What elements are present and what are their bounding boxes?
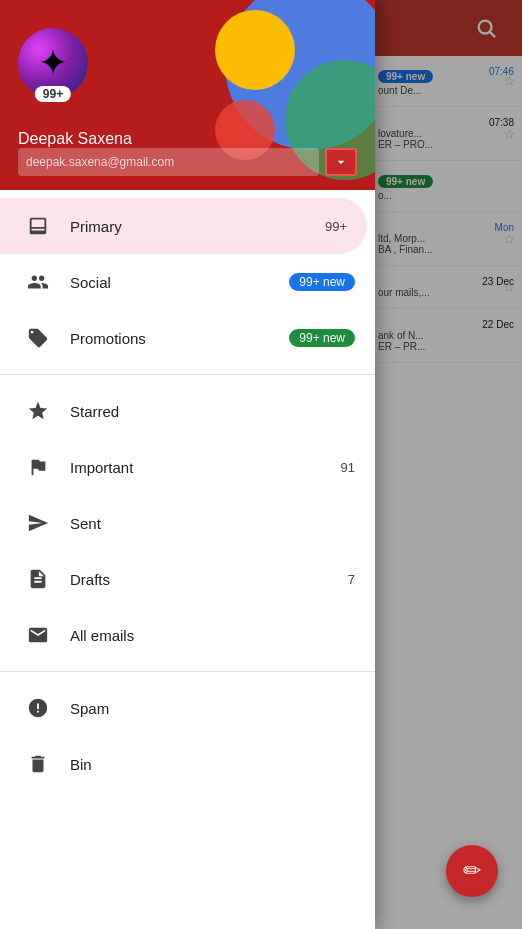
drafts-label: Drafts xyxy=(70,571,348,588)
sidebar-item-spam[interactable]: Spam xyxy=(0,680,375,736)
important-count: 91 xyxy=(341,460,355,475)
compose-icon: ✏ xyxy=(463,858,481,884)
social-icon xyxy=(20,271,56,293)
drafts-icon xyxy=(20,568,56,590)
sidebar-item-sent[interactable]: Sent xyxy=(0,495,375,551)
deco-circle-yellow xyxy=(215,10,295,90)
drawer-header: ✦ 99+ Deepak Saxena deepak.saxena@gmail.… xyxy=(0,0,375,190)
all-label: All emails xyxy=(70,627,355,644)
user-email: deepak.saxena@gmail.com xyxy=(26,155,311,169)
bin-icon xyxy=(20,753,56,775)
sidebar-item-bin[interactable]: Bin xyxy=(0,736,375,792)
sidebar-item-promotions[interactable]: Promotions 99+ new xyxy=(0,310,375,366)
star-icon xyxy=(20,400,56,422)
spam-icon xyxy=(20,697,56,719)
sidebar-item-primary[interactable]: Primary 99+ xyxy=(0,198,367,254)
unread-badge: 99+ xyxy=(35,86,71,102)
drafts-count: 7 xyxy=(348,572,355,587)
all-mail-icon xyxy=(20,624,56,646)
account-switcher-button[interactable] xyxy=(325,148,357,176)
sent-label: Sent xyxy=(70,515,355,532)
sidebar-item-starred[interactable]: Starred xyxy=(0,383,375,439)
nav-divider-1 xyxy=(0,374,375,375)
compose-fab[interactable]: ✏ xyxy=(446,845,498,897)
drawer-nav: Primary 99+ Social 99+ new Promotions 99… xyxy=(0,190,375,929)
sidebar-item-all[interactable]: All emails xyxy=(0,607,375,663)
primary-count: 99+ xyxy=(325,219,347,234)
promotions-icon xyxy=(20,327,56,349)
social-label: Social xyxy=(70,274,289,291)
drawer-panel: ✦ 99+ Deepak Saxena deepak.saxena@gmail.… xyxy=(0,0,375,929)
sidebar-item-important[interactable]: Important 91 xyxy=(0,439,375,495)
promotions-badge: 99+ new xyxy=(289,329,355,347)
spam-label: Spam xyxy=(70,700,355,717)
bin-label: Bin xyxy=(70,756,355,773)
avatar-star-glyph: ✦ xyxy=(38,45,68,81)
important-icon xyxy=(20,456,56,478)
promotions-label: Promotions xyxy=(70,330,289,347)
sidebar-item-social[interactable]: Social 99+ new xyxy=(0,254,375,310)
inbox-icon xyxy=(20,215,56,237)
nav-divider-2 xyxy=(0,671,375,672)
sidebar-item-drafts[interactable]: Drafts 7 xyxy=(0,551,375,607)
important-label: Important xyxy=(70,459,341,476)
sent-icon xyxy=(20,512,56,534)
drawer-email-row: deepak.saxena@gmail.com xyxy=(18,148,357,176)
avatar-wrap: ✦ 99+ xyxy=(18,28,88,98)
user-name: Deepak Saxena xyxy=(18,130,132,148)
primary-label: Primary xyxy=(70,218,325,235)
email-box: deepak.saxena@gmail.com xyxy=(18,148,319,176)
starred-label: Starred xyxy=(70,403,355,420)
social-badge: 99+ new xyxy=(289,273,355,291)
